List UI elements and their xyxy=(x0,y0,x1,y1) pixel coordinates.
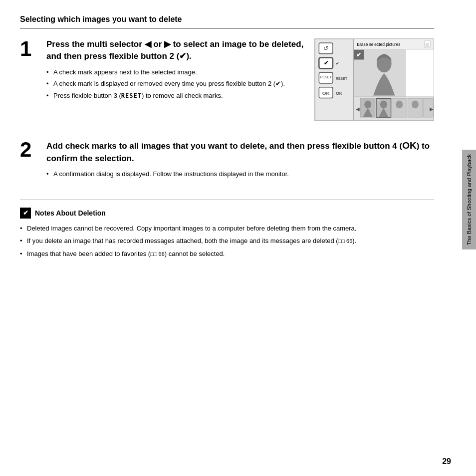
step1-text: Press the multi selector ◀ or ▶ to selec… xyxy=(46,38,304,102)
svg-text:✔: ✔ xyxy=(324,60,328,66)
step1-bullet-2: A check mark is displayed or removed eve… xyxy=(46,79,304,89)
step1-bullets: A check mark appears next to the selecte… xyxy=(46,67,304,101)
svg-point-32 xyxy=(412,100,419,108)
svg-text:OK: OK xyxy=(336,91,343,96)
svg-text:⬜: ⬜ xyxy=(425,42,430,47)
step2-bullets: A confirmation dialog is displayed. Foll… xyxy=(46,169,434,179)
step2-heading: Add check marks to all images that you w… xyxy=(46,139,434,164)
svg-text:✔: ✔ xyxy=(356,51,361,58)
notes-section: ✔ Notes About Deletion Deleted images ca… xyxy=(20,199,434,259)
svg-text:RESET: RESET xyxy=(336,77,348,80)
svg-point-30 xyxy=(396,100,403,108)
step1-bullet-1: A check mark appears next to the selecte… xyxy=(46,67,304,77)
svg-point-25 xyxy=(364,100,371,108)
step1-number: 1 xyxy=(20,38,37,59)
step2-number: 2 xyxy=(20,139,37,160)
step1-section: 1 Press the multi selector ◀ or ▶ to sel… xyxy=(20,38,434,130)
svg-text:Erase selected pictures: Erase selected pictures xyxy=(357,42,400,47)
svg-text:OK: OK xyxy=(322,90,330,96)
step2-bullet-1: A confirmation dialog is displayed. Foll… xyxy=(46,169,434,179)
step2-section: 2 Add check marks to all images that you… xyxy=(20,139,434,190)
notes-item-1: Deleted images cannot be recovered. Copy… xyxy=(20,224,434,234)
camera-diagram-svg: ↺ ✔ RESET OK ✔ xyxy=(315,39,434,120)
main-content: Selecting which images you want to delet… xyxy=(0,0,454,276)
camera-diagram: ↺ ✔ RESET OK ✔ xyxy=(314,38,434,121)
notes-header: ✔ Notes About Deletion xyxy=(20,208,434,219)
svg-point-27 xyxy=(380,100,387,108)
sidebar-tab-text: The Basics of Shooting and Playback xyxy=(466,154,472,245)
svg-text:RESET: RESET xyxy=(320,75,332,79)
step1-bullet-3: Press flexible button 3 (RESET) to remov… xyxy=(46,91,304,101)
svg-text:✔: ✔ xyxy=(336,61,339,66)
notes-title: Notes About Deletion xyxy=(35,209,106,217)
notes-item-3: Images that have been added to favorites… xyxy=(20,249,434,259)
page-title: Selecting which images you want to delet… xyxy=(20,15,434,28)
notes-icon: ✔ xyxy=(20,208,31,219)
svg-text:▶: ▶ xyxy=(430,106,434,112)
svg-text:✔: ✔ xyxy=(377,99,380,102)
step1-content: Press the multi selector ◀ or ▶ to selec… xyxy=(46,38,434,121)
page-number: 29 xyxy=(442,457,451,466)
svg-text:◀: ◀ xyxy=(356,106,360,112)
step2-content: Add check marks to all images that you w… xyxy=(46,139,434,181)
sidebar-tab: The Basics of Shooting and Playback xyxy=(462,150,476,249)
notes-list: Deleted images cannot be recovered. Copy… xyxy=(20,224,434,259)
notes-item-2: If you delete an image that has recorded… xyxy=(20,236,434,246)
step1-heading: Press the multi selector ◀ or ▶ to selec… xyxy=(46,38,304,62)
svg-text:↺: ↺ xyxy=(323,45,328,52)
